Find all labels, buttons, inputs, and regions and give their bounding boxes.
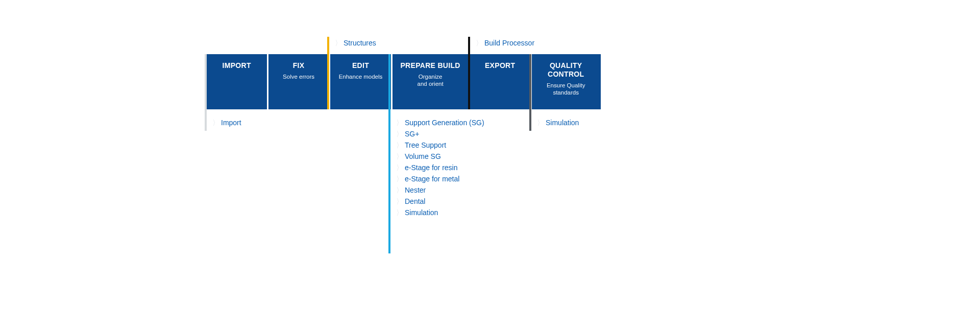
- top-label-text: Build Processor: [484, 39, 534, 47]
- list-item[interactable]: 〉Import: [212, 119, 241, 128]
- bottom-list-import: 〉Import: [212, 116, 241, 130]
- top-label-edit[interactable]: 〉Structures: [334, 39, 376, 48]
- list-item-label: Simulation: [405, 208, 438, 217]
- stage-bar: IMPORT FIX Solve errors EDIT Enhance mod…: [206, 54, 601, 109]
- list-item-label: SG+: [405, 130, 419, 138]
- chevron-right-icon: 〉: [397, 208, 402, 218]
- accent-import-grey: [205, 54, 207, 131]
- accent-export-black: [468, 37, 470, 109]
- stage-fix: FIX Solve errors: [267, 54, 329, 109]
- accent-prep-cyan: [388, 54, 390, 253]
- chevron-right-icon: 〉: [397, 119, 402, 128]
- stage-title: EXPORT: [474, 61, 526, 70]
- chevron-right-icon: 〉: [213, 119, 218, 128]
- top-label-text: Structures: [344, 39, 376, 47]
- stage-prepare-build: PREPARE BUILD Organize and orient: [391, 54, 469, 109]
- list-item[interactable]: 〉Support Generation (SG): [396, 119, 484, 128]
- stage-edit: EDIT Enhance models: [330, 54, 391, 109]
- list-item[interactable]: 〉Tree Support: [396, 141, 484, 150]
- list-item-label: e-Stage for metal: [405, 175, 459, 183]
- chevron-right-icon: 〉: [397, 186, 402, 195]
- list-item-label: Dental: [405, 197, 425, 205]
- stage-sub: Organize and orient: [397, 73, 464, 88]
- list-item[interactable]: 〉e-Stage for metal: [396, 175, 484, 184]
- chevron-right-icon: 〉: [397, 197, 402, 206]
- bottom-list-prepare: 〉Support Generation (SG) 〉SG+ 〉Tree Supp…: [396, 116, 484, 220]
- stage-title: IMPORT: [211, 61, 262, 70]
- top-label-export[interactable]: 〉Build Processor: [475, 39, 534, 48]
- stage-sub: Enhance models: [335, 73, 386, 80]
- list-item[interactable]: 〉Volume SG: [396, 152, 484, 161]
- accent-edit-yellow: [327, 37, 329, 109]
- bottom-list-quality: 〉Simulation: [536, 116, 579, 130]
- list-item[interactable]: 〉Dental: [396, 197, 484, 206]
- list-item[interactable]: 〉e-Stage for resin: [396, 164, 484, 173]
- list-item[interactable]: 〉Simulation: [396, 208, 484, 218]
- stage-import: IMPORT: [206, 54, 267, 109]
- chevron-right-icon: 〉: [537, 119, 543, 128]
- chevron-right-icon: 〉: [397, 175, 402, 184]
- chevron-right-icon: 〉: [476, 39, 481, 48]
- stage-title: EDIT: [335, 61, 386, 70]
- list-item-label: Nester: [405, 186, 426, 194]
- chevron-right-icon: 〉: [397, 130, 402, 139]
- accent-qc-dark: [529, 54, 531, 131]
- chevron-right-icon: 〉: [397, 152, 402, 161]
- list-item[interactable]: 〉Simulation: [536, 119, 579, 128]
- stage-title: FIX: [273, 61, 324, 70]
- stage-export: EXPORT: [469, 54, 531, 109]
- chevron-right-icon: 〉: [397, 164, 402, 173]
- workflow-diagram: IMPORT FIX Solve errors EDIT Enhance mod…: [206, 54, 601, 109]
- list-item[interactable]: 〉SG+: [396, 130, 484, 139]
- list-item[interactable]: 〉Nester: [396, 186, 484, 195]
- list-item-label: e-Stage for resin: [405, 164, 458, 172]
- stage-title: PREPARE BUILD: [397, 61, 464, 70]
- list-item-label: Support Generation (SG): [405, 119, 484, 127]
- stage-quality-control: QUALITY CONTROL Ensure Quality standards: [531, 54, 601, 109]
- chevron-right-icon: 〉: [335, 39, 340, 48]
- list-item-label: Simulation: [546, 119, 579, 127]
- stage-title: QUALITY CONTROL: [536, 61, 596, 79]
- list-item-label: Import: [221, 119, 241, 127]
- chevron-right-icon: 〉: [397, 141, 402, 150]
- stage-sub: Solve errors: [273, 73, 324, 80]
- list-item-label: Tree Support: [405, 141, 446, 149]
- list-item-label: Volume SG: [405, 152, 441, 160]
- stage-sub: Ensure Quality standards: [536, 82, 596, 97]
